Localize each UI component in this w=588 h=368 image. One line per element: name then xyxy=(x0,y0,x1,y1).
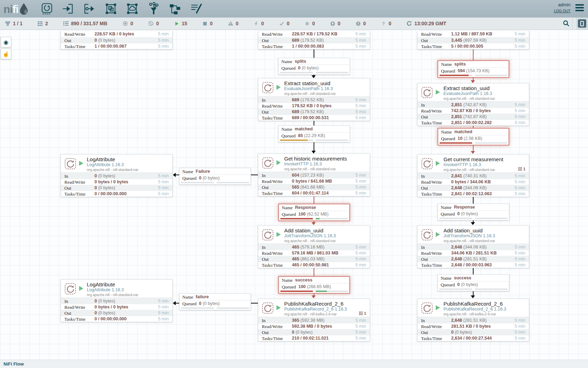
processor-partial-mid[interactable]: Read/Write228.57 KB / 179.52 KB5 min Out… xyxy=(258,31,370,49)
processor-bundle: org.apache.nifi - nifi-standard-nar xyxy=(87,293,172,297)
processor-stamp-icon xyxy=(261,229,274,243)
processor-title: Add station_uuid xyxy=(284,227,370,233)
processor-stamp-icon xyxy=(421,229,433,243)
connection-label-matched[interactable]: Namematched Queued85 (22.29 KB) xyxy=(278,125,350,142)
stat-row-tasks: Tasks/Time689 / 00:00:00.5315 min xyxy=(258,115,370,121)
connection-label-matched-alert[interactable]: Namematched Queued10 (2.56 KB) xyxy=(438,128,509,145)
processor-title: Extract station_uuid xyxy=(284,80,370,86)
processor-tool-icon[interactable] xyxy=(40,2,54,16)
processor-bundle: org.apache.nifi - nifi-kafka-2-6-nar xyxy=(443,312,529,316)
invalid-warning-icon xyxy=(228,21,233,26)
cluster-thread-badge: 1 xyxy=(359,311,366,315)
running-status-icon xyxy=(79,161,83,166)
status-active-threads: 2 xyxy=(37,21,48,26)
cluster-thread-badge: 1 xyxy=(518,167,525,171)
processor-extract-station-uuid[interactable]: Extract station_uuidEvaluateJsonPath 1.1… xyxy=(258,78,370,121)
processor-publishkafkarecord-2[interactable]: PublishKafkaRecord_2_6PublishKafkaRecord… xyxy=(417,299,529,341)
status-refresh[interactable]: 13:00:29 GMT xyxy=(406,21,446,26)
panel-toggle-button[interactable] xyxy=(576,18,588,29)
processor-partial-left[interactable]: Read/Write228.57 KB / 0 bytes5 min Out0 … xyxy=(61,31,173,49)
processor-stamp-icon xyxy=(261,81,274,95)
status-queued: 890 / 331.57 MB xyxy=(63,21,107,26)
arrowhead-icon xyxy=(173,173,176,177)
stat-row-out: Out465 (861.03 MB)5 min xyxy=(258,256,370,262)
connection-label-response[interactable]: NameResponse Queued0 (0 bytes) xyxy=(438,204,509,220)
question-icon: ? xyxy=(381,21,386,26)
processor-bundle: org.apache.nifi - nifi-standard-nar xyxy=(284,239,370,243)
processor-partial-right[interactable]: Read/Write1.12 MB / 897.59 KB5 min Out3,… xyxy=(417,31,529,49)
processor-publishkafkarecord[interactable]: PublishKafkaRecord_2_6PublishKafkaRecord… xyxy=(258,299,370,341)
flow-canvas[interactable]: ◉ ☝ Read/Write228.57 KB / 0 bytes5 min O… xyxy=(0,30,588,360)
processor-add-station-uuid-2[interactable]: Add station_uuidJoltTransformJSON 1.16.3… xyxy=(417,225,529,268)
status-locally-modified-stale: 0 xyxy=(356,21,366,26)
status-sync-failure: ?0 xyxy=(381,21,391,26)
connection-label-success[interactable]: Namesuccess Queued0 (0 bytes) xyxy=(438,274,509,291)
processor-extract-station-uuid-2[interactable]: Extract station_uuidEvaluateJsonPath 1.1… xyxy=(417,83,529,126)
stat-row-in: In2,648 (281.51 KB)5 min xyxy=(418,317,529,323)
connection-label-failure[interactable]: NameFailure Queued0 (0 bytes) xyxy=(179,168,251,185)
output-port-tool-icon[interactable] xyxy=(83,2,96,16)
arrowhead-icon xyxy=(312,151,316,154)
connection-label-splits-alert[interactable]: Namesplits Queued594 (154.73 KB) xyxy=(438,60,509,78)
label-tool-icon[interactable] xyxy=(190,2,203,16)
stat-row-out: Out0 (0 bytes)5 min xyxy=(61,37,172,43)
logo-text-ni: ni xyxy=(4,3,13,16)
processor-bundle: org.apache.nifi - nifi-standard-nar xyxy=(443,168,529,172)
operate-palette-button[interactable]: ☝ xyxy=(1,49,11,59)
process-group-tool-icon[interactable] xyxy=(104,2,118,16)
stat-row-in: In365 (592.38 MB)5 min xyxy=(258,317,370,323)
exclamation-circle-icon xyxy=(356,21,361,26)
stat-row-out: Out2,851 (742.87 KB)5 min xyxy=(418,114,529,120)
processor-get-historic-measurements[interactable]: Get historic measurementsInvokeHTTP 1.16… xyxy=(258,154,370,196)
processor-title: Get current measurement xyxy=(443,156,529,162)
stat-row-tasks: Tasks/Time2,851 / 00:00:02.2825 min xyxy=(418,120,529,125)
processor-bundle: org.apache.nifi - nifi-standard-nar xyxy=(443,96,529,101)
processor-logattribute[interactable]: LogAttributeLogAttribute 1.16.3org.apach… xyxy=(61,154,173,197)
running-status-icon xyxy=(276,160,281,165)
processor-type: LogAttribute 1.16.3 xyxy=(87,162,172,168)
processor-logattribute-2[interactable]: LogAttributeLogAttribute 1.16.3org.apach… xyxy=(61,279,173,322)
connection-label-success-alert[interactable]: Namesuccess Queued100 (268.65 MB) xyxy=(278,276,350,294)
threads-grid-icon xyxy=(37,21,43,26)
processor-title: PublishKafkaRecord_2_6 xyxy=(443,301,529,307)
connection-label-splits[interactable]: Namesplits Queued0 (0 bytes) xyxy=(278,58,350,75)
stat-row-in: In2,648 (344.06 KB)5 min xyxy=(418,244,529,250)
processor-stamp-icon xyxy=(261,157,274,171)
stat-row-out: Out2,648 (281.51 KB)5 min xyxy=(418,256,529,262)
connection-label-response-alert[interactable]: NameResponse Queued100 (62.52 MB) xyxy=(278,204,350,221)
search-button[interactable] xyxy=(560,18,572,29)
not-transmitting-icon xyxy=(148,21,154,26)
stat-row-read-write: Read/Write0 bytes / 641.68 MB5 min xyxy=(258,178,370,184)
arrowhead-icon xyxy=(312,222,316,225)
remote-process-group-tool-icon[interactable] xyxy=(126,2,139,16)
funnel-tool-icon[interactable] xyxy=(147,2,160,16)
stat-row-read-write: Read/Write579.16 MB / 861.03 MB5 min xyxy=(258,250,370,256)
processor-get-current-measurement[interactable]: Get current measurementInvokeHTTP 1.16.3… xyxy=(417,154,529,197)
navigate-palette-button[interactable]: ◉ xyxy=(1,37,11,47)
processor-bundle: org.apache.nifi - nifi-standard-nar xyxy=(443,239,529,243)
arrowhead-icon xyxy=(312,295,316,298)
stat-row-read-write: Read/Write592.38 MB / 0 bytes5 min xyxy=(258,323,370,329)
processor-stamp-icon xyxy=(421,157,433,171)
template-tool-icon[interactable] xyxy=(168,2,182,16)
status-invalid: 0 xyxy=(228,21,239,26)
processor-type: EvaluateJsonPath 1.16.3 xyxy=(284,86,370,91)
stat-row-read-write: Read/Write228.57 KB / 0 bytes5 min xyxy=(61,31,172,37)
running-status-icon xyxy=(276,232,281,237)
disabled-bolt-icon xyxy=(253,21,259,26)
stat-row-in: In604 (157.23 KB)5 min xyxy=(258,172,370,178)
global-menu-button[interactable] xyxy=(575,4,584,11)
stat-row-read-write: Read/Write0 bytes / 344.06 KB5 min xyxy=(418,179,529,185)
input-port-tool-icon[interactable] xyxy=(62,2,75,16)
connection-label-failure-bottom[interactable]: Namefailure Queued0 (0 bytes) xyxy=(179,293,251,310)
stat-row-read-write: Read/Write742.87 KB / 0 bytes5 min xyxy=(418,108,529,114)
stat-row-read-write: Read/Write0 bytes / 0 bytes5 min xyxy=(61,304,172,310)
stat-row-tasks: Tasks/Time0 / 00:00:00.0005 min xyxy=(61,191,172,197)
stat-row-out: Out0 (0 bytes)5 min xyxy=(258,329,370,335)
processor-title: Get historic measurements xyxy=(284,156,370,162)
stat-row-tasks: Tasks/Time2,648 / 00:00:03.9635 min xyxy=(418,262,529,268)
logout-link[interactable]: LOG OUT xyxy=(554,9,570,13)
processor-add-station-uuid[interactable]: Add station_uuidJoltTransformJSON 1.16.3… xyxy=(258,225,370,268)
breadcrumb[interactable]: NiFi Flow xyxy=(4,361,24,367)
arrow-up-circle-icon xyxy=(330,21,335,26)
